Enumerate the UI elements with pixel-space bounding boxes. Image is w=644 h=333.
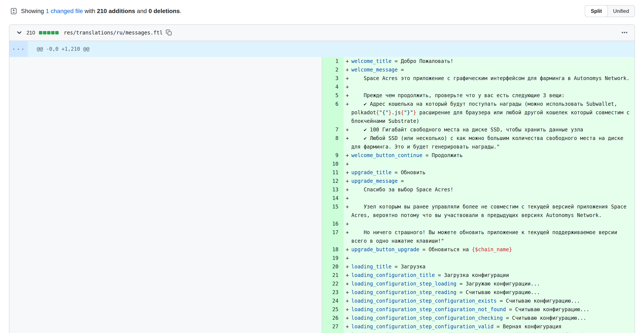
line-number[interactable]: 17 — [322, 228, 344, 245]
addition-sign: + — [346, 331, 349, 333]
code-token: loading_configuration_step_configuration… — [351, 298, 496, 304]
line-number[interactable]: 27 — [322, 322, 344, 331]
diff-line[interactable]: 8+ ✔ Любой SSD (или несколько) с как мож… — [322, 134, 634, 151]
line-number[interactable]: 18 — [322, 245, 344, 254]
line-number[interactable]: 9 — [322, 151, 344, 160]
file-diff-icon — [10, 8, 17, 14]
line-number[interactable]: 6 — [322, 100, 344, 126]
addition-sign: + — [346, 177, 349, 185]
diff-line[interactable]: 5+ Прежде чем продолжить, проверьте что … — [322, 91, 634, 100]
code-cell: + Прежде чем продолжить, проверьте что у… — [344, 91, 634, 100]
line-number[interactable]: 4 — [322, 82, 344, 91]
diff-line[interactable]: 1+welcome_title = Добро Пожаловать! — [322, 57, 634, 66]
addition-sign: + — [346, 168, 349, 177]
line-number[interactable]: 14 — [322, 194, 344, 202]
code-token: = Продолжить — [422, 152, 462, 158]
diff-line[interactable]: 17+ Но ничего страшного! Вы можете обнов… — [322, 228, 634, 245]
line-number[interactable]: 2 — [322, 66, 344, 74]
line-number[interactable]: 22 — [322, 280, 344, 288]
copy-path-button[interactable] — [166, 29, 172, 36]
file-options-button[interactable] — [621, 29, 628, 37]
collapse-file-button[interactable] — [16, 29, 23, 36]
diff-line[interactable]: 14+ — [322, 194, 634, 202]
diff-line[interactable]: 22+loading_configuration_step_loading = … — [322, 280, 634, 288]
code-cell: +loading_configuration_step_configuratio… — [344, 314, 634, 322]
showing-prefix: Showing — [21, 8, 46, 14]
diff-line[interactable]: 24+loading_configuration_step_configurat… — [322, 296, 634, 305]
diff-line[interactable]: 12+upgrade_message = — [322, 177, 634, 185]
addition-sign: + — [346, 288, 349, 296]
diff-line[interactable]: 25+loading_configuration_step_configurat… — [322, 305, 634, 314]
diff-line[interactable]: 26+loading_configuration_step_configurat… — [322, 314, 634, 322]
code-cell: +loading_configuration_step_configuratio… — [344, 305, 634, 314]
line-number[interactable]: 10 — [322, 160, 344, 168]
line-number[interactable]: 24 — [322, 296, 344, 305]
hunk-header-text: @@ -0,0 +1,210 @@ — [28, 41, 90, 57]
diff-line[interactable]: 11+upgrade_title = Обновить — [322, 168, 634, 177]
addition-sign: + — [346, 314, 349, 322]
diff-line[interactable]: 2+welcome_message = — [322, 66, 634, 74]
line-number[interactable]: 13 — [322, 185, 344, 194]
code-token: {$chain_name} — [472, 246, 512, 252]
line-number[interactable]: 5 — [322, 91, 344, 100]
copy-icon — [166, 29, 172, 36]
split-diff-body: 1+welcome_title = Добро Пожаловать!2+wel… — [10, 57, 634, 333]
diff-line[interactable]: 7+ ✔ 100 Гигабайт свободного места на ди… — [322, 126, 634, 134]
diff-line[interactable]: 6+ ✔ Адрес кошелька на который будут пос… — [322, 100, 634, 126]
diff-left-pane — [10, 57, 322, 333]
addition-sign: + — [346, 151, 349, 160]
file-path: res/translations/ru/messages.ftl — [64, 30, 162, 36]
expand-hunk-button[interactable]: ··· — [10, 41, 28, 57]
diff-line[interactable]: 27+loading_configuration_step_configurat… — [322, 322, 634, 331]
diff-line[interactable]: 20+loading_title = Загрузка — [322, 262, 634, 271]
diff-line[interactable]: 10+ — [322, 160, 634, 168]
code-cell: +loading_configuration_step_configuratio… — [344, 296, 634, 305]
chevron-down-icon — [16, 29, 23, 36]
changed-files-link[interactable]: 1 changed file — [46, 8, 83, 14]
addition-sign: + — [346, 262, 349, 271]
line-number[interactable]: 11 — [322, 168, 344, 177]
line-number[interactable]: 20 — [322, 262, 344, 271]
changed-files-summary: Showing 1 changed file with 210 addition… — [21, 8, 182, 14]
addition-sign: + — [346, 254, 349, 262]
line-number[interactable]: 7 — [322, 126, 344, 134]
diff-line[interactable]: 28+loading_configuration_step_decoding_c… — [322, 331, 634, 333]
code-token: = Верная конфигурация — [494, 324, 562, 330]
addition-sign: + — [346, 220, 349, 228]
diff-line[interactable]: 15+ Узел которым вы ранее управляли боле… — [322, 202, 634, 220]
line-number[interactable]: 28 — [322, 331, 344, 333]
line-number[interactable]: 23 — [322, 288, 344, 296]
diff-line[interactable]: 18+upgrade_button_upgrade = Обновиться н… — [322, 245, 634, 254]
diff-line[interactable]: 4+ — [322, 82, 634, 91]
line-number[interactable]: 21 — [322, 271, 344, 280]
code-token: = Считываю конфигурацию... — [496, 298, 580, 304]
line-number[interactable]: 19 — [322, 254, 344, 262]
code-token: welcome_title — [351, 58, 392, 64]
code-token: = Считываю конфигурацию... — [456, 289, 540, 295]
unified-view-button[interactable]: Unified — [608, 6, 634, 17]
line-number[interactable]: 8 — [322, 134, 344, 151]
additions-count-text: 210 additions — [97, 8, 135, 14]
code-cell: +welcome_message = — [344, 66, 634, 74]
addition-sign: + — [346, 296, 349, 305]
diff-line[interactable]: 19+ — [322, 254, 634, 262]
addition-sign: + — [346, 134, 349, 142]
line-number[interactable]: 16 — [322, 220, 344, 228]
diff-line[interactable]: 21+loading_configuration_title = Загрузк… — [322, 271, 634, 280]
diff-line[interactable]: 16+ — [322, 220, 634, 228]
diff-line[interactable]: 3+ Space Acres это приложение с графичес… — [322, 74, 634, 82]
line-number[interactable]: 12 — [322, 177, 344, 185]
code-cell: + Спасибо за выбор Space Acres! — [344, 185, 634, 194]
code-token: loading_configuration_step_decoding_chai… — [351, 332, 494, 333]
diff-line[interactable]: 13+ Спасибо за выбор Space Acres! — [322, 185, 634, 194]
diff-line[interactable]: 23+loading_configuration_step_reading = … — [322, 288, 634, 296]
code-token: loading_configuration_step_configuration… — [351, 315, 503, 321]
line-number[interactable]: 15 — [322, 202, 344, 220]
line-number[interactable]: 25 — [322, 305, 344, 314]
line-number[interactable]: 3 — [322, 74, 344, 82]
line-number[interactable]: 26 — [322, 314, 344, 322]
split-view-button[interactable]: Split — [585, 5, 608, 17]
code-token: = Добро Пожаловать! — [392, 58, 453, 64]
line-number[interactable]: 1 — [322, 57, 344, 66]
diff-line[interactable]: 9+welcome_button_continue = Продолжить — [322, 151, 634, 160]
